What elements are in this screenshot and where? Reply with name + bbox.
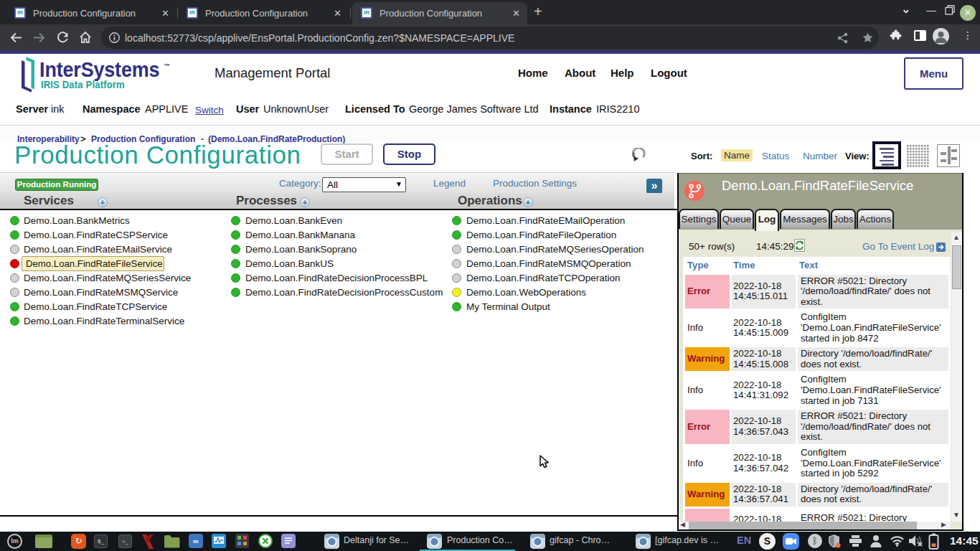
svg-text:™: ™	[164, 62, 170, 70]
svg-text:IRIS Data Platform: IRIS Data Platform	[41, 79, 125, 90]
svg-text:InterSystems: InterSystems	[39, 57, 159, 82]
